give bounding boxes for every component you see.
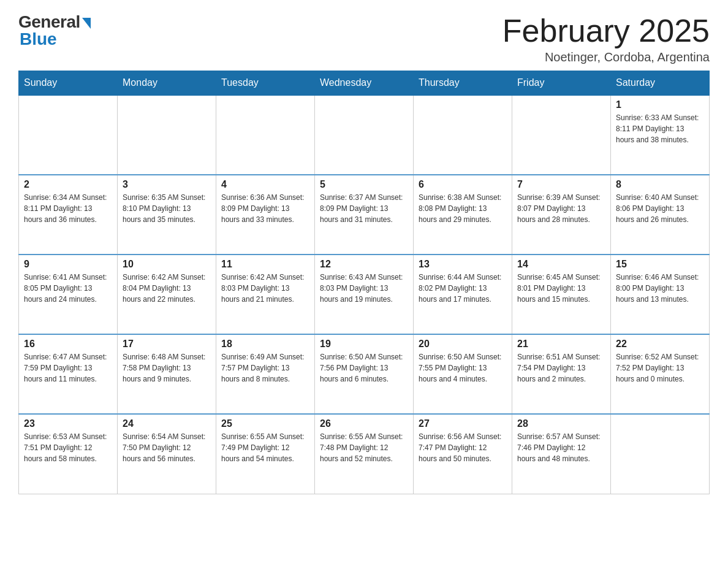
calendar-cell — [118, 95, 216, 175]
calendar-cell — [315, 95, 414, 175]
page-header: General Blue February 2025 Noetinger, Co… — [18, 12, 710, 64]
weekday-header-friday: Friday — [512, 71, 611, 96]
day-info: Sunrise: 6:57 AM Sunset: 7:46 PM Dayligh… — [517, 431, 605, 464]
calendar-cell: 19Sunrise: 6:50 AM Sunset: 7:56 PM Dayli… — [315, 334, 414, 414]
day-number: 26 — [320, 418, 408, 429]
calendar-cell: 23Sunrise: 6:53 AM Sunset: 7:51 PM Dayli… — [19, 414, 118, 494]
weekday-header-thursday: Thursday — [414, 71, 512, 96]
day-number: 22 — [616, 339, 704, 350]
day-number: 12 — [320, 259, 408, 270]
calendar-cell: 11Sunrise: 6:42 AM Sunset: 8:03 PM Dayli… — [216, 255, 315, 334]
calendar-cell: 15Sunrise: 6:46 AM Sunset: 8:00 PM Dayli… — [611, 255, 710, 334]
logo-arrow-icon — [82, 18, 91, 29]
calendar-cell: 10Sunrise: 6:42 AM Sunset: 8:04 PM Dayli… — [118, 255, 216, 334]
day-info: Sunrise: 6:51 AM Sunset: 7:54 PM Dayligh… — [517, 351, 605, 385]
day-number: 16 — [24, 339, 112, 350]
calendar-cell: 2Sunrise: 6:34 AM Sunset: 8:11 PM Daylig… — [19, 175, 118, 255]
calendar-week-row: 23Sunrise: 6:53 AM Sunset: 7:51 PM Dayli… — [19, 414, 710, 494]
weekday-header-sunday: Sunday — [19, 71, 118, 96]
day-number: 17 — [123, 339, 211, 350]
day-number: 28 — [517, 418, 605, 429]
calendar-week-row: 1Sunrise: 6:33 AM Sunset: 8:11 PM Daylig… — [19, 95, 710, 175]
day-number: 10 — [123, 259, 211, 270]
calendar-week-row: 9Sunrise: 6:41 AM Sunset: 8:05 PM Daylig… — [19, 255, 710, 334]
day-info: Sunrise: 6:36 AM Sunset: 8:09 PM Dayligh… — [221, 192, 309, 225]
day-info: Sunrise: 6:56 AM Sunset: 7:47 PM Dayligh… — [419, 431, 507, 464]
day-number: 23 — [24, 418, 112, 429]
day-number: 3 — [123, 179, 211, 190]
day-info: Sunrise: 6:55 AM Sunset: 7:48 PM Dayligh… — [320, 431, 408, 464]
day-info: Sunrise: 6:49 AM Sunset: 7:57 PM Dayligh… — [221, 351, 309, 385]
day-number: 21 — [517, 339, 605, 350]
day-info: Sunrise: 6:52 AM Sunset: 7:52 PM Dayligh… — [616, 351, 704, 385]
day-number: 9 — [24, 259, 112, 270]
calendar-cell — [216, 95, 315, 175]
weekday-header-monday: Monday — [118, 71, 216, 96]
day-info: Sunrise: 6:45 AM Sunset: 8:01 PM Dayligh… — [517, 272, 605, 305]
day-info: Sunrise: 6:50 AM Sunset: 7:56 PM Dayligh… — [320, 351, 408, 385]
month-title: February 2025 — [502, 12, 710, 49]
day-info: Sunrise: 6:35 AM Sunset: 8:10 PM Dayligh… — [123, 192, 211, 225]
calendar-cell: 5Sunrise: 6:37 AM Sunset: 8:09 PM Daylig… — [315, 175, 414, 255]
day-number: 18 — [221, 339, 309, 350]
calendar-cell — [414, 95, 512, 175]
day-info: Sunrise: 6:42 AM Sunset: 8:04 PM Dayligh… — [123, 272, 211, 305]
day-info: Sunrise: 6:43 AM Sunset: 8:03 PM Dayligh… — [320, 272, 408, 305]
calendar-cell — [611, 414, 710, 494]
day-info: Sunrise: 6:41 AM Sunset: 8:05 PM Dayligh… — [24, 272, 112, 305]
weekday-header-row: SundayMondayTuesdayWednesdayThursdayFrid… — [19, 71, 710, 96]
logo-blue-text: Blue — [20, 29, 57, 49]
day-info: Sunrise: 6:34 AM Sunset: 8:11 PM Dayligh… — [24, 192, 112, 225]
day-info: Sunrise: 6:40 AM Sunset: 8:06 PM Dayligh… — [616, 192, 704, 225]
calendar-cell: 12Sunrise: 6:43 AM Sunset: 8:03 PM Dayli… — [315, 255, 414, 334]
day-info: Sunrise: 6:44 AM Sunset: 8:02 PM Dayligh… — [419, 272, 507, 305]
day-number: 6 — [419, 179, 507, 190]
day-info: Sunrise: 6:38 AM Sunset: 8:08 PM Dayligh… — [419, 192, 507, 225]
day-info: Sunrise: 6:48 AM Sunset: 7:58 PM Dayligh… — [123, 351, 211, 385]
day-number: 20 — [419, 339, 507, 350]
day-number: 11 — [221, 259, 309, 270]
day-number: 1 — [616, 99, 704, 110]
calendar-cell: 1Sunrise: 6:33 AM Sunset: 8:11 PM Daylig… — [611, 95, 710, 175]
day-number: 7 — [517, 179, 605, 190]
day-info: Sunrise: 6:33 AM Sunset: 8:11 PM Dayligh… — [616, 112, 704, 145]
day-number: 24 — [123, 418, 211, 429]
calendar-cell: 24Sunrise: 6:54 AM Sunset: 7:50 PM Dayli… — [118, 414, 216, 494]
location-text: Noetinger, Cordoba, Argentina — [502, 50, 710, 64]
day-info: Sunrise: 6:42 AM Sunset: 8:03 PM Dayligh… — [221, 272, 309, 305]
day-info: Sunrise: 6:47 AM Sunset: 7:59 PM Dayligh… — [24, 351, 112, 385]
calendar-cell: 18Sunrise: 6:49 AM Sunset: 7:57 PM Dayli… — [216, 334, 315, 414]
calendar-cell: 3Sunrise: 6:35 AM Sunset: 8:10 PM Daylig… — [118, 175, 216, 255]
day-number: 4 — [221, 179, 309, 190]
day-number: 2 — [24, 179, 112, 190]
calendar-table: SundayMondayTuesdayWednesdayThursdayFrid… — [18, 71, 710, 494]
calendar-cell: 25Sunrise: 6:55 AM Sunset: 7:49 PM Dayli… — [216, 414, 315, 494]
weekday-header-wednesday: Wednesday — [315, 71, 414, 96]
day-info: Sunrise: 6:37 AM Sunset: 8:09 PM Dayligh… — [320, 192, 408, 225]
day-info: Sunrise: 6:55 AM Sunset: 7:49 PM Dayligh… — [221, 431, 309, 464]
calendar-cell: 13Sunrise: 6:44 AM Sunset: 8:02 PM Dayli… — [414, 255, 512, 334]
day-number: 8 — [616, 179, 704, 190]
day-number: 19 — [320, 339, 408, 350]
day-info: Sunrise: 6:50 AM Sunset: 7:55 PM Dayligh… — [419, 351, 507, 385]
calendar-cell: 8Sunrise: 6:40 AM Sunset: 8:06 PM Daylig… — [611, 175, 710, 255]
day-info: Sunrise: 6:46 AM Sunset: 8:00 PM Dayligh… — [616, 272, 704, 305]
calendar-cell: 9Sunrise: 6:41 AM Sunset: 8:05 PM Daylig… — [19, 255, 118, 334]
calendar-week-row: 2Sunrise: 6:34 AM Sunset: 8:11 PM Daylig… — [19, 175, 710, 255]
calendar-cell: 20Sunrise: 6:50 AM Sunset: 7:55 PM Dayli… — [414, 334, 512, 414]
day-number: 25 — [221, 418, 309, 429]
calendar-week-row: 16Sunrise: 6:47 AM Sunset: 7:59 PM Dayli… — [19, 334, 710, 414]
day-number: 14 — [517, 259, 605, 270]
title-section: February 2025 Noetinger, Cordoba, Argent… — [502, 12, 710, 64]
day-info: Sunrise: 6:54 AM Sunset: 7:50 PM Dayligh… — [123, 431, 211, 464]
calendar-cell: 6Sunrise: 6:38 AM Sunset: 8:08 PM Daylig… — [414, 175, 512, 255]
day-number: 15 — [616, 259, 704, 270]
calendar-cell: 7Sunrise: 6:39 AM Sunset: 8:07 PM Daylig… — [512, 175, 611, 255]
calendar-cell: 27Sunrise: 6:56 AM Sunset: 7:47 PM Dayli… — [414, 414, 512, 494]
calendar-cell: 16Sunrise: 6:47 AM Sunset: 7:59 PM Dayli… — [19, 334, 118, 414]
calendar-cell: 21Sunrise: 6:51 AM Sunset: 7:54 PM Dayli… — [512, 334, 611, 414]
logo: General Blue — [18, 12, 91, 49]
calendar-cell: 14Sunrise: 6:45 AM Sunset: 8:01 PM Dayli… — [512, 255, 611, 334]
calendar-cell: 17Sunrise: 6:48 AM Sunset: 7:58 PM Dayli… — [118, 334, 216, 414]
day-number: 27 — [419, 418, 507, 429]
